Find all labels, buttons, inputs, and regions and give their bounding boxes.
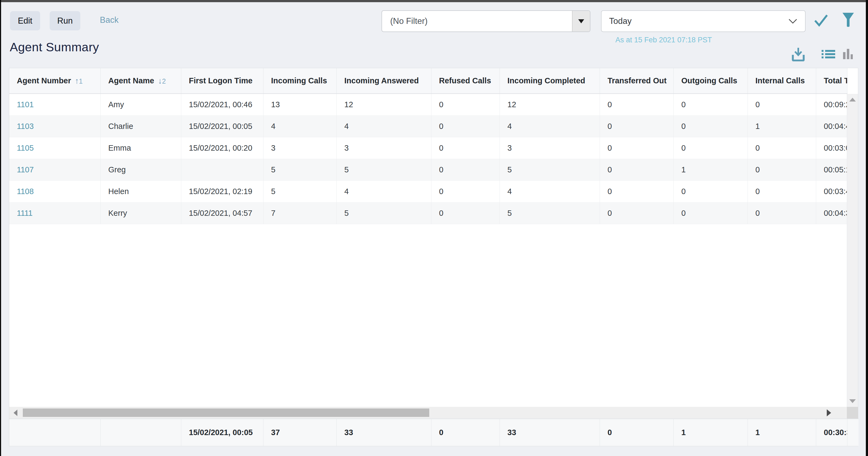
horizontal-scrollbar[interactable] [9, 407, 858, 419]
column-header-total-ta[interactable]: Total Ta [816, 68, 847, 93]
table-row: 1107Greg550501000:05:1 [9, 159, 847, 181]
filter-combobox-arrow-button[interactable] [572, 11, 590, 31]
summary-refused-calls: 0 [431, 419, 500, 446]
scroll-down-icon[interactable] [849, 399, 856, 403]
column-header-incoming-calls[interactable]: Incoming Calls [264, 68, 337, 93]
cell-first-logon-time: 15/02/2021, 00:46 [181, 94, 264, 116]
cell-incoming-answered: 12 [337, 94, 431, 116]
cell-incoming-calls: 3 [264, 138, 337, 159]
cell-refused-calls: 0 [431, 181, 500, 203]
summary-internal-calls: 1 [748, 419, 816, 446]
cell-incoming-calls: 5 [264, 181, 337, 203]
cell-incoming-completed: 4 [500, 116, 600, 138]
table-row: 1103Charlie15/02/2021, 00:05440400100:04… [9, 116, 847, 138]
cell-refused-calls: 0 [431, 203, 500, 224]
column-header-internal-calls[interactable]: Internal Calls [748, 68, 816, 93]
cell-total-ta: 00:04:4 [816, 116, 847, 138]
page-title: Agent Summary [10, 40, 99, 54]
column-header-label: Agent Number [17, 76, 71, 85]
cell-first-logon-time: 15/02/2021, 04:57 [181, 203, 264, 224]
horizontal-scrollbar-thumb[interactable] [23, 408, 429, 417]
edit-button[interactable]: Edit [10, 11, 40, 30]
window-left-border [0, 0, 1, 456]
chart-view-icon[interactable] [843, 48, 854, 60]
column-header-incoming-completed[interactable]: Incoming Completed [500, 68, 600, 93]
cell-total-ta: 00:03:0 [816, 138, 847, 159]
column-header-transferred-out[interactable]: Transferred Out [600, 68, 674, 93]
cell-incoming-answered: 4 [337, 116, 431, 138]
filter-funnel-icon[interactable] [842, 12, 854, 27]
cell-first-logon-time: 15/02/2021, 00:20 [181, 138, 264, 159]
table-row: 1108Helen15/02/2021, 02:19540400000:03:4 [9, 181, 847, 203]
list-view-icon[interactable] [822, 50, 835, 59]
cell-transferred-out: 0 [600, 181, 674, 203]
column-header-label: Incoming Answered [344, 76, 419, 85]
cell-internal-calls: 0 [748, 203, 816, 224]
column-header-outgoing-calls[interactable]: Outgoing Calls [674, 68, 748, 93]
cell-outgoing-calls: 0 [674, 94, 748, 116]
agent-summary-table: Agent Number↑1Agent Name↓2First Logon Ti… [9, 68, 858, 446]
vertical-scrollbar[interactable] [847, 94, 858, 407]
cell-refused-calls: 0 [431, 94, 500, 116]
cell-total-ta: 00:09:2 [816, 94, 847, 116]
download-icon[interactable] [792, 47, 805, 61]
cell-outgoing-calls: 0 [674, 181, 748, 203]
date-range-select[interactable]: Today [601, 10, 806, 32]
summary-incoming-completed: 33 [500, 419, 600, 446]
agent-number-link[interactable]: 1107 [9, 159, 101, 181]
column-header-label: First Logon Time [189, 76, 253, 85]
column-header-agent-name[interactable]: Agent Name↓2 [101, 68, 181, 93]
cell-outgoing-calls: 0 [674, 203, 748, 224]
cell-agent-name: Greg [101, 159, 181, 181]
filter-combobox[interactable]: (No Filter) [381, 10, 590, 32]
cell-incoming-completed: 3 [500, 138, 600, 159]
column-header-label: Internal Calls [755, 76, 805, 85]
cell-transferred-out: 0 [600, 138, 674, 159]
column-header-first-logon-time[interactable]: First Logon Time [181, 68, 264, 93]
apply-check-icon[interactable] [814, 14, 828, 27]
cell-refused-calls: 0 [431, 159, 500, 181]
column-header-label: Total Ta [824, 76, 847, 85]
cell-transferred-out: 0 [600, 159, 674, 181]
cell-internal-calls: 0 [748, 138, 816, 159]
cell-refused-calls: 0 [431, 138, 500, 159]
table-row: 1105Emma15/02/2021, 00:20330300000:03:0 [9, 138, 847, 159]
column-header-incoming-answered[interactable]: Incoming Answered [337, 68, 431, 93]
cell-incoming-completed: 12 [500, 94, 600, 116]
agent-number-link[interactable]: 1111 [9, 203, 101, 224]
cell-incoming-completed: 5 [500, 203, 600, 224]
agent-number-link[interactable]: 1101 [9, 94, 101, 116]
table-header-row: Agent Number↑1Agent Name↓2First Logon Ti… [9, 68, 847, 94]
as-at-timestamp: As at 15 Feb 2021 07:18 PST [615, 36, 712, 44]
cell-first-logon-time [181, 159, 264, 181]
cell-incoming-answered: 4 [337, 181, 431, 203]
sort-indicator-up-icon: ↑1 [75, 76, 83, 86]
cell-incoming-answered: 3 [337, 138, 431, 159]
dropdown-arrow-icon [578, 19, 584, 23]
scroll-up-icon[interactable] [849, 98, 856, 101]
column-header-refused-calls[interactable]: Refused Calls [431, 68, 500, 93]
scroll-left-icon[interactable] [13, 409, 18, 416]
column-header-label: Incoming Completed [507, 76, 585, 85]
scroll-right-icon[interactable] [827, 409, 831, 416]
table-summary-row: 15/02/2021, 00:05373303301100:30:3 [9, 419, 859, 446]
scrollbar-corner [847, 407, 858, 419]
column-header-agent-number[interactable]: Agent Number↑1 [9, 68, 101, 93]
cell-internal-calls: 0 [748, 181, 816, 203]
summary-total-ta: 00:30:3 [816, 419, 847, 446]
cell-agent-name: Kerry [101, 203, 181, 224]
cell-first-logon-time: 15/02/2021, 00:05 [181, 116, 264, 138]
back-link[interactable]: Back [100, 15, 119, 25]
agent-number-link[interactable]: 1103 [9, 116, 101, 138]
cell-refused-calls: 0 [431, 116, 500, 138]
cell-incoming-calls: 4 [264, 116, 337, 138]
sort-indicator-down-icon: ↓2 [158, 76, 166, 86]
cell-agent-name: Emma [101, 138, 181, 159]
date-range-value: Today [609, 16, 788, 26]
cell-total-ta: 00:05:1 [816, 159, 847, 181]
table-row: 1111Kerry15/02/2021, 04:57750500000:04:3 [9, 203, 847, 224]
run-button[interactable]: Run [50, 11, 80, 30]
agent-number-link[interactable]: 1108 [9, 181, 101, 203]
horizontal-scrollbar-track[interactable] [9, 407, 847, 419]
agent-number-link[interactable]: 1105 [9, 138, 101, 159]
